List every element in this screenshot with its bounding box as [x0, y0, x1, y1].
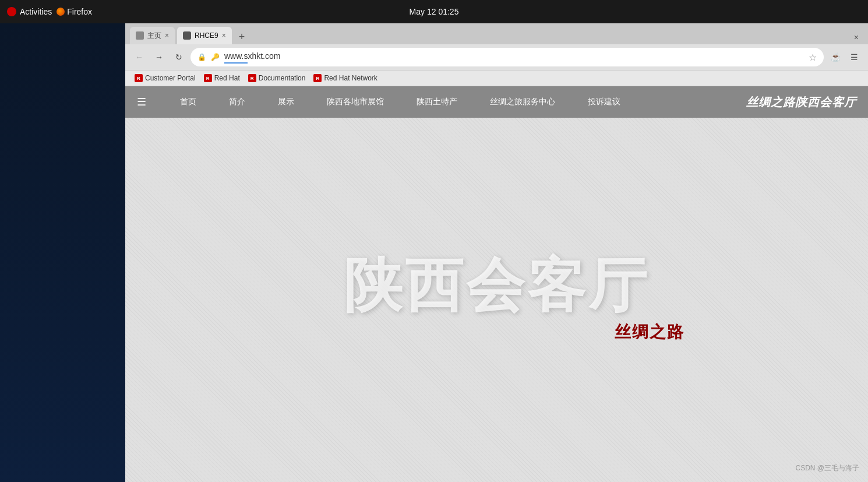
activities-button[interactable]: Activities — [7, 7, 52, 16]
gnome-topbar: Activities Firefox May 12 01:25 — [0, 0, 868, 23]
menu-button[interactable]: ☰ — [846, 49, 862, 65]
bookmark-favicon-1: R — [135, 74, 143, 82]
new-tab-button[interactable]: + — [234, 29, 250, 44]
gnome-clock: May 12 01:25 — [410, 7, 459, 16]
datetime-label: May 12 01:25 — [410, 7, 459, 16]
nav-item-intro[interactable]: 简介 — [213, 86, 262, 118]
tab-home-icon — [136, 31, 144, 40]
url-underline — [224, 62, 248, 64]
bookmark-favicon-2: R — [204, 74, 212, 82]
shield-icon-button[interactable]: ☕ — [827, 49, 844, 65]
nav-item-cities[interactable]: 陕西各地市展馆 — [310, 86, 400, 118]
bookmark-customer-portal[interactable]: R Customer Portal — [132, 73, 198, 83]
lock-icon2: 🔑 — [211, 53, 220, 61]
bookmarks-bar: R Customer Portal R Red Hat R Documentat… — [125, 71, 868, 86]
firefox-label: Firefox — [67, 7, 92, 16]
site-title: 丝绸之路陕西会客厅 — [746, 94, 856, 110]
nav-item-specialty[interactable]: 陕西土特产 — [400, 86, 474, 118]
bookmark-star-icon[interactable]: ☆ — [809, 52, 817, 63]
tab-home-close[interactable]: × — [165, 32, 169, 39]
reload-button[interactable]: ↻ — [171, 49, 187, 65]
activities-icon — [7, 7, 16, 16]
nav-item-service[interactable]: 丝绸之旅服务中心 — [474, 86, 571, 118]
activities-label: Activities — [20, 7, 52, 16]
bookmark-red-hat[interactable]: R Red Hat — [202, 73, 242, 83]
website-navbar: ☰ 首页 简介 展示 陕西各地市展馆 陕西土特产 丝绸之旅服务中心 投诉建议 丝… — [125, 86, 868, 118]
back-button[interactable]: ← — [131, 49, 147, 65]
bookmark-label-2: Red Hat — [214, 74, 240, 82]
firefox-indicator[interactable]: Firefox — [57, 7, 92, 16]
forward-button[interactable]: → — [151, 49, 167, 65]
url-input[interactable] — [224, 51, 326, 61]
firefox-icon — [57, 8, 65, 16]
lock-icon: 🔒 — [197, 53, 206, 61]
bookmark-label-4: Red Hat Network — [324, 74, 377, 82]
tab-bar: 主页 × RHCE9 × + × — [125, 23, 868, 44]
bookmark-favicon-3: R — [248, 74, 256, 82]
tab-home[interactable]: 主页 × — [130, 27, 175, 44]
nav-item-complaint[interactable]: 投诉建议 — [571, 86, 637, 118]
hero-sub-text: 丝绸之路 — [615, 321, 684, 343]
bookmark-documentation[interactable]: R Documentation — [246, 73, 308, 83]
toolbar-right: ☕ ☰ — [827, 49, 862, 65]
tab-rhce9-icon — [183, 31, 191, 40]
hamburger-icon[interactable]: ☰ — [137, 96, 146, 108]
bookmark-favicon-4: R — [313, 74, 322, 82]
browser-chrome: 主页 × RHCE9 × + × ← → ↻ 🔒 🔑 — [125, 23, 868, 86]
tab-home-label: 主页 — [147, 31, 161, 41]
nav-item-home[interactable]: 首页 — [164, 86, 213, 118]
browser-window: 主页 × RHCE9 × + × ← → ↻ 🔒 🔑 — [125, 23, 868, 482]
watermark: CSDN @三毛与海子 — [795, 463, 859, 473]
gnome-left: Activities Firefox — [7, 7, 92, 16]
hero-section: 陕西会客厅 丝绸之路 CSDN @三毛与海子 — [125, 118, 868, 482]
nav-items: 首页 简介 展示 陕西各地市展馆 陕西土特产 丝绸之旅服务中心 投诉建议 — [164, 86, 746, 118]
bookmark-label-1: Customer Portal — [145, 74, 196, 82]
browser-toolbar: ← → ↻ 🔒 🔑 ☆ ☕ ☰ — [125, 44, 868, 71]
hero-main-text: 陕西会客厅 — [344, 257, 650, 315]
tab-rhce9-label: RHCE9 — [195, 31, 218, 40]
nav-item-exhibit[interactable]: 展示 — [262, 86, 310, 118]
window-close-button[interactable]: × — [849, 30, 863, 44]
bookmark-red-hat-network[interactable]: R Red Hat Network — [311, 73, 379, 83]
tab-rhce9[interactable]: RHCE9 × — [177, 27, 232, 44]
address-bar[interactable]: 🔒 🔑 ☆ — [190, 48, 824, 66]
hero-text-container: 陕西会客厅 丝绸之路 — [344, 257, 650, 343]
gnome-desktop-panel — [0, 23, 125, 482]
bookmark-label-3: Documentation — [259, 74, 306, 82]
tab-rhce9-close[interactable]: × — [222, 32, 226, 39]
